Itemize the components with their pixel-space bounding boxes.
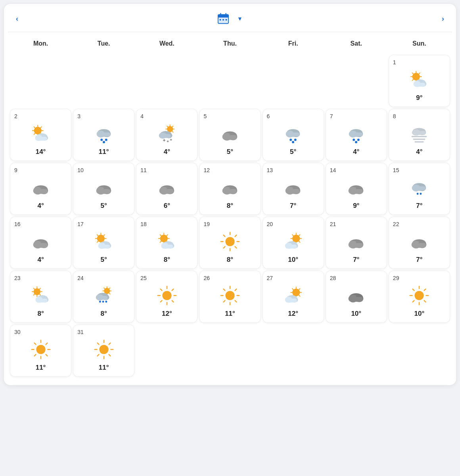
partly-cloudy-sun-warm-icon [282, 284, 305, 307]
weather-icon-area [393, 175, 446, 200]
day-number: 23 [14, 275, 21, 281]
svg-line-28 [40, 127, 42, 128]
day-cell[interactable]: 29 10° [389, 271, 450, 322]
day-cell[interactable]: 13 7° [263, 163, 324, 215]
weekday-label: Thu. [199, 37, 260, 50]
svg-point-66 [294, 139, 297, 141]
day-number: 9 [14, 167, 17, 173]
day-cell[interactable]: 7 4° [326, 109, 387, 161]
cloudy-icon [345, 176, 368, 199]
svg-line-149 [235, 235, 237, 237]
day-cell[interactable]: 21 7° [326, 217, 387, 269]
day-cell[interactable]: 8 4° [389, 109, 450, 161]
temperature: 11° [36, 364, 46, 372]
day-cell[interactable]: 23 8° [10, 271, 71, 322]
svg-line-158 [299, 235, 300, 236]
weather-icon-area [330, 283, 383, 308]
day-cell[interactable]: 19 8° [199, 217, 260, 269]
svg-line-259 [97, 343, 99, 345]
day-cell[interactable]: 10 5° [73, 163, 134, 215]
cloudy-dark-icon [345, 284, 368, 307]
svg-rect-171 [412, 243, 426, 248]
day-number: 21 [330, 221, 336, 227]
day-cell[interactable]: 2 14° [10, 109, 71, 161]
day-cell[interactable]: 22 7° [389, 217, 450, 269]
day-cell[interactable]: 31 11° [73, 325, 134, 376]
svg-point-39 [105, 139, 107, 141]
day-cell[interactable]: 6 5° [263, 109, 324, 161]
day-number: 30 [14, 329, 21, 335]
svg-line-136 [167, 235, 168, 236]
svg-rect-33 [35, 137, 47, 141]
day-cell[interactable]: 18 8° [136, 217, 197, 269]
temperature: 5° [290, 148, 296, 156]
day-cell[interactable]: 15 7° [389, 163, 450, 215]
day-cell[interactable]: 26 11° [199, 271, 260, 322]
day-cell[interactable]: 11 6° [136, 163, 197, 215]
sunny-icon [29, 338, 52, 361]
svg-point-210 [225, 291, 234, 300]
svg-rect-80 [413, 139, 426, 140]
day-cell[interactable]: 27 12° [263, 271, 324, 322]
weather-icon-area [330, 121, 383, 146]
day-number: 5 [203, 113, 207, 119]
day-cell[interactable]: 9 4° [10, 163, 71, 215]
next-month-link[interactable]: › [440, 15, 444, 23]
day-cell[interactable]: 28 10° [326, 271, 387, 322]
temperature: 10° [288, 256, 298, 264]
rainy-sun-icon [92, 284, 115, 307]
temperature: 11° [99, 148, 109, 156]
day-cell[interactable]: 16 4° [10, 217, 71, 269]
svg-line-121 [97, 235, 98, 236]
svg-line-225 [299, 295, 300, 296]
weather-icon-area [267, 175, 320, 200]
day-number: 28 [330, 275, 336, 281]
sunny-icon [408, 284, 431, 307]
snowy-cloudy-sun-icon: ✦ ✦ ✦ [155, 122, 178, 145]
svg-point-236 [415, 291, 424, 300]
weekday-label: Wed. [136, 37, 197, 50]
svg-line-179 [39, 288, 40, 290]
svg-rect-53 [159, 134, 171, 138]
partly-cloudy-sun-icon [155, 230, 178, 253]
empty-cell [263, 325, 324, 376]
day-cell[interactable]: 3 11° [73, 109, 134, 161]
svg-line-123 [104, 235, 105, 236]
day-cell[interactable]: 1 9° [389, 55, 450, 107]
svg-rect-167 [349, 243, 363, 248]
svg-point-40 [103, 141, 105, 143]
temperature: 4° [37, 256, 44, 264]
day-cell[interactable]: 14 9° [326, 163, 387, 215]
day-cell[interactable]: 20 10° [263, 217, 324, 269]
temperature: 4° [416, 148, 422, 156]
prev-month-link[interactable]: ‹ [16, 15, 20, 23]
day-cell[interactable]: 17 5° [73, 217, 134, 269]
svg-line-16 [412, 79, 414, 81]
day-cell[interactable]: 30 11° [10, 325, 71, 376]
weather-icon-area [14, 229, 67, 254]
day-number: 31 [77, 329, 84, 335]
svg-line-190 [104, 288, 105, 289]
day-cell[interactable]: 25 12° [136, 271, 197, 322]
day-cell[interactable]: 12 8° [199, 163, 260, 215]
weather-icon-area [267, 121, 320, 146]
svg-line-251 [46, 355, 47, 356]
svg-line-216 [235, 301, 237, 302]
weather-icon-area [14, 337, 67, 362]
svg-rect-231 [286, 299, 297, 303]
weather-icon-area [203, 175, 256, 200]
svg-line-241 [413, 289, 414, 291]
temperature: 10° [351, 310, 361, 318]
weather-icon-area [393, 121, 446, 146]
sunny-icon [155, 284, 178, 307]
weekday-label: Tue. [73, 37, 134, 50]
day-cell[interactable]: 4 ✦ ✦ ✦ 4° [136, 109, 197, 161]
day-number: 26 [203, 275, 210, 281]
svg-rect-7 [226, 19, 227, 21]
temperature: 8° [101, 310, 107, 318]
svg-line-252 [46, 343, 47, 345]
day-cell[interactable]: 24 8° [73, 271, 134, 322]
current-month-area[interactable]: ▼ [217, 13, 243, 25]
temperature: 6° [164, 202, 170, 210]
day-cell[interactable]: 5 5° [199, 109, 260, 161]
